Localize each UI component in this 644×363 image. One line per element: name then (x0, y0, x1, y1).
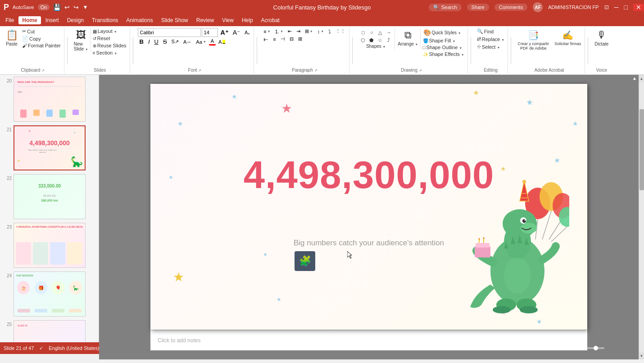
align-left-button[interactable]: ⫦ (262, 36, 270, 42)
select-button[interactable]: ⊹ Select ▼ (476, 43, 502, 50)
text-columns-button[interactable]: ⊞ (296, 36, 304, 42)
comments-button[interactable]: Comments (494, 4, 527, 11)
scroll-up-button[interactable]: ▲ (632, 76, 637, 81)
copy-button[interactable]: 📄 Copy (21, 35, 62, 42)
line-spacing-button[interactable]: ↕ ▼ (316, 28, 326, 35)
request-signatures-button[interactable]: ✍ Solicitar firmas (553, 28, 583, 47)
puzzle-icon[interactable]: 🧩 (295, 251, 315, 271)
create-pdf-button[interactable]: 📑 Crear y compartir PDF de Adobe (516, 28, 551, 51)
shape-outline-label: Shape Outline ▼ (426, 45, 463, 50)
replace-button[interactable]: ⇄ Replace ▼ (476, 36, 506, 42)
save-icon[interactable]: 💾 (53, 4, 61, 11)
menu-transitions[interactable]: Transitions (88, 16, 122, 24)
slide-22-number: 333,000.00 (38, 184, 61, 188)
shape-effects-button[interactable]: ✨ Shape Effects ▼ (422, 51, 466, 57)
scroll-up-button[interactable]: ▲ (639, 75, 644, 82)
increase-font-button[interactable]: A⁺ (219, 28, 230, 37)
align-center-button[interactable]: ≡ (271, 36, 277, 42)
shape-effects-label: Shape Effects ▼ (429, 51, 464, 57)
menu-slideshow[interactable]: Slide Show (158, 16, 192, 24)
numbering-button[interactable]: 1. ▼ (273, 28, 285, 35)
dictate-button[interactable]: 🎙 Dictate (593, 28, 610, 47)
quick-styles-button[interactable]: 🎨 Quick Styles ▼ (422, 28, 466, 37)
menu-insert[interactable]: Insert (42, 16, 63, 24)
undo-icon[interactable]: ↩ (64, 4, 70, 11)
redo-icon[interactable]: ↪ (73, 4, 79, 11)
share-button[interactable]: Share (467, 4, 489, 11)
slide-item-24[interactable]: 24 OUR SERVICES 🎂 🎁 🎈 🦕 (0, 270, 99, 318)
clear-format-button[interactable]: Aₓ (243, 29, 252, 36)
shape-outline-button[interactable]: □ Shape Outline ▼ (422, 44, 466, 51)
scroll-down-button[interactable]: ▼ (639, 352, 644, 359)
menu-home[interactable]: Home (18, 16, 41, 24)
align-right-button[interactable]: ⊣ (279, 36, 287, 42)
slide-item-20[interactable]: 20 WHO ARE THE PERSONAS? 50% (0, 75, 99, 124)
minimize-button[interactable]: ─ (614, 4, 619, 11)
scroll-track[interactable] (639, 82, 644, 352)
customize-icon[interactable]: ▼ (82, 4, 88, 10)
ribbon-display-icon[interactable]: ⊡ (604, 4, 609, 10)
increase-indent-button[interactable]: ⇥ (295, 28, 302, 35)
slide-item-21[interactable]: 21 4,498,300,000 Big numbers catch your … (0, 124, 99, 172)
italic-button[interactable]: I (146, 38, 152, 46)
cut-button[interactable]: ✂ Cut (21, 28, 62, 35)
slide-item-23[interactable]: 23 4 UNIVERSAL ADVERTISING CONCEPTS (IN … (0, 221, 99, 270)
menu-acrobat[interactable]: Acrobat (258, 16, 283, 24)
maximize-button[interactable]: □ (624, 4, 628, 11)
decrease-indent-button[interactable]: ⇤ (286, 28, 294, 35)
find-button[interactable]: 🔍 Find (476, 28, 495, 35)
justify-button[interactable]: ⊟ (288, 36, 295, 42)
scroll-thumb[interactable] (639, 109, 644, 190)
autosave-toggle[interactable]: On (38, 4, 50, 10)
slide-canvas[interactable]: ★ ★ ★ ★ ★ ★ ★ ★ ★ ★ ★ ★ ★ ★ 4,498,300,00… (150, 84, 587, 330)
canvas-area[interactable]: ▲ ★ ★ ★ ★ ★ ★ ★ ★ ★ ★ ★ ★ (99, 75, 639, 359)
cut-icon: ✂ (22, 28, 26, 34)
format-painter-button[interactable]: 🖌 Format Painter (21, 42, 62, 49)
shape-fill-button[interactable]: 🪣 Shape Fill ▼ (422, 37, 466, 44)
text-shadow-button[interactable]: S↗ (170, 38, 181, 45)
zoom-slider[interactable] (568, 347, 604, 349)
text-direction-button[interactable]: ⤵ (327, 28, 333, 35)
language-selector[interactable]: English (United States) (49, 345, 100, 351)
decrease-font-button[interactable]: A⁻ (231, 28, 242, 37)
slide-item-25[interactable]: 25 SLIDE 25 (0, 318, 99, 342)
section-label: Section ▼ (96, 50, 118, 55)
ribbon-group-font: Calibri 14 A⁺ A⁻ Aₓ B I U S S↗ A↔ Aa (136, 27, 254, 74)
star-decoration-10: ★ (277, 296, 281, 303)
font-size-input[interactable]: 14 (202, 28, 218, 37)
menu-file[interactable]: File (2, 16, 18, 24)
menu-design[interactable]: Design (63, 16, 87, 24)
reuse-slides-button[interactable]: ⊕ Reuse Slides (91, 42, 128, 49)
spell-check-icon[interactable]: ✓ (39, 345, 43, 351)
text-color-button[interactable]: A (209, 38, 216, 46)
svg-point-24 (478, 238, 480, 240)
paste-button[interactable]: 📋 Paste (4, 28, 20, 47)
menu-view[interactable]: View (218, 16, 237, 24)
underline-button[interactable]: U (153, 38, 160, 46)
close-button[interactable]: ✕ (633, 4, 644, 11)
menu-animations[interactable]: Animations (122, 16, 156, 24)
highlight-button[interactable]: A▁ (217, 39, 227, 45)
right-scrollbar[interactable]: ▲ ▼ (639, 75, 644, 359)
change-case-button[interactable]: Aa ▼ (194, 39, 208, 45)
menu-help[interactable]: Help (238, 16, 257, 24)
user-avatar[interactable]: AF (533, 2, 543, 12)
font-family-input[interactable]: Calibri (138, 28, 201, 37)
new-slide-button[interactable]: 🖼 NewSlide ▼ (72, 28, 91, 52)
shapes-button[interactable]: □○△→ ⬡⬟☆⤴ Shapes ▼ (357, 28, 395, 50)
menu-review[interactable]: Review (193, 16, 218, 24)
bold-button[interactable]: B (138, 38, 145, 46)
columns-button[interactable]: ⊞ ▼ (303, 28, 315, 35)
notes-placeholder[interactable]: Click to add notes (158, 337, 200, 344)
reset-button[interactable]: ↺ Reset (91, 35, 128, 41)
bullets-button[interactable]: ≡ ▼ (262, 28, 272, 35)
section-button[interactable]: ≡ Section ▼ (91, 50, 128, 56)
subtitle-text[interactable]: Big numbers catch your audience's attent… (294, 239, 444, 248)
arrange-button[interactable]: ⧉ Arrange ▼ (396, 28, 420, 47)
character-spacing-button[interactable]: A↔ (181, 39, 193, 45)
strikethrough-button[interactable]: S (161, 38, 169, 46)
layout-button[interactable]: ▦ Layout ▼ (91, 28, 128, 34)
search-box[interactable]: 🔍 Search (429, 4, 462, 11)
smart-art-button[interactable]: ⋮⋮ (334, 28, 347, 35)
slide-item-22[interactable]: 22 333,000.00 2% 37m 23s 386,000 km (0, 172, 99, 221)
